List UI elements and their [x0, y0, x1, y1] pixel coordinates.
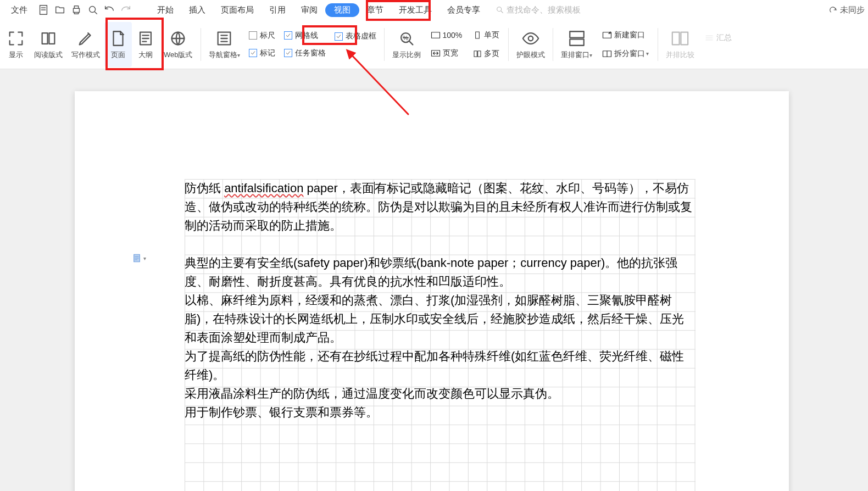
check-ruler[interactable]: 标尺: [249, 31, 275, 41]
page-width[interactable]: 页宽: [429, 47, 465, 60]
svg-rect-11: [476, 32, 480, 38]
eye-icon: [521, 29, 540, 48]
globe-icon: [169, 29, 187, 48]
open-icon[interactable]: [54, 4, 66, 16]
para-3: 以棉、麻纤维为原料，经缓和的蒸煮、漂白、打浆(加湿强剂，如脲醛树脂、三聚氰胺甲醛…: [185, 291, 695, 347]
command-search[interactable]: 查找命令、搜索模板: [496, 5, 581, 15]
side-extra: 汇总: [699, 31, 737, 58]
compare-icon: [671, 29, 689, 48]
page-options: 单页 多页: [468, 29, 505, 60]
para-4: 为了提高纸的防伪性能，还有在抄纸过程中配加各种特殊纤维(如红蓝色纤维、荧光纤维、…: [185, 347, 695, 384]
pen-icon: [76, 29, 95, 48]
svg-rect-15: [570, 31, 584, 37]
checkbox-icon: [249, 49, 257, 57]
checkbox-icon: [284, 49, 292, 57]
paragraph-handle[interactable]: ▾: [132, 253, 146, 263]
svg-rect-19: [672, 32, 680, 44]
menu-ref[interactable]: 引用: [261, 3, 293, 18]
menu-dev[interactable]: 开发工具: [391, 3, 439, 18]
checks-col2: 网格线 任务窗格: [280, 31, 330, 58]
svg-rect-17: [603, 32, 611, 38]
view-fullscreen[interactable]: 显示: [2, 22, 30, 67]
checkbox-icon: [284, 31, 292, 40]
new-window[interactable]: 新建窗口: [600, 29, 651, 42]
book-icon: [39, 29, 58, 48]
nav-icon: [215, 29, 233, 48]
view-page[interactable]: 页面: [104, 22, 132, 67]
view-writing[interactable]: 写作模式: [67, 22, 104, 67]
checks-col1: 标尺 标记: [244, 31, 280, 58]
check-taskpane[interactable]: 任务窗格: [284, 48, 326, 58]
redo-icon[interactable]: [120, 4, 132, 16]
zoom-100[interactable]: 100%: [429, 29, 465, 41]
svg-text:%: %: [402, 34, 408, 41]
new-doc-icon[interactable]: [37, 4, 49, 16]
check-marks[interactable]: 标记: [249, 48, 275, 58]
sync-scroll: 汇总: [702, 31, 734, 44]
rearrange-windows[interactable]: 重排窗口▾: [557, 22, 597, 67]
para-1: 防伪纸 antifalsification paper，表面有标记或隐藏暗记（图…: [185, 179, 695, 235]
svg-point-14: [528, 36, 533, 41]
checkbox-icon: [249, 31, 257, 40]
page: 防伪纸 antifalsification paper，表面有标记或隐藏暗记（图…: [75, 91, 789, 491]
eye-care[interactable]: 护眼模式: [512, 22, 549, 67]
checkbox-icon: [335, 32, 343, 41]
outline-icon: [136, 29, 155, 48]
preview-icon[interactable]: [87, 4, 99, 16]
menu-layout[interactable]: 页面布局: [213, 3, 261, 18]
svg-point-2: [90, 7, 96, 13]
menu-bar: 文件 开始 插入 页面布局 引用 审阅 视图 章节 开发工具 会员专享 查找命令…: [0, 0, 868, 20]
chevron-down-icon: ▾: [143, 255, 146, 261]
text-caret: [374, 182, 375, 194]
sync-label: 未同步: [840, 5, 865, 15]
menu-view[interactable]: 视图: [325, 3, 359, 17]
checks-col3: 表格虚框: [330, 31, 381, 57]
document-body[interactable]: 防伪纸 antifalsification paper，表面有标记或隐藏暗记（图…: [185, 179, 695, 422]
view-reading[interactable]: 阅读版式: [30, 22, 67, 67]
menu-chapter[interactable]: 章节: [359, 3, 391, 18]
search-placeholder: 查找命令、搜索模板: [507, 5, 581, 15]
menu-insert[interactable]: 插入: [181, 3, 213, 18]
side-by-side: 并排比较: [661, 22, 699, 67]
menu-review[interactable]: 审阅: [293, 3, 325, 18]
svg-rect-9: [431, 32, 439, 38]
single-page[interactable]: 单页: [471, 29, 502, 42]
nav-pane[interactable]: 导航窗格▾: [204, 22, 244, 67]
para-5: 采用液晶涂料生产的防伪纸，通过温度变化而改变颜色可以显示真伪。: [185, 384, 695, 403]
svg-rect-16: [570, 39, 584, 45]
multi-page[interactable]: 多页: [471, 47, 502, 60]
fullscreen-icon: [7, 29, 25, 48]
view-web[interactable]: Web版式: [159, 22, 197, 67]
zoom-icon: %: [397, 29, 416, 48]
windows-icon: [567, 29, 586, 48]
sync-status[interactable]: 未同步: [828, 5, 865, 15]
para-2: 典型的主要有安全纸(safety paper)和钞票纸(bank-note pa…: [185, 254, 695, 291]
menu-start[interactable]: 开始: [149, 3, 181, 18]
para-6: 用于制作钞票、银行支票和票券等。: [185, 403, 695, 422]
print-icon[interactable]: [70, 4, 82, 16]
menu-vip[interactable]: 会员专享: [439, 3, 488, 18]
svg-rect-1: [74, 8, 80, 12]
svg-rect-12: [474, 51, 477, 57]
spellcheck-word: antifalsification: [224, 181, 303, 195]
svg-point-3: [497, 7, 502, 12]
zoom-options: 100% 页宽: [425, 29, 468, 60]
window-ops: 新建窗口 拆分窗口▾: [597, 29, 654, 60]
check-tableframe[interactable]: 表格虚框: [335, 31, 376, 41]
view-outline[interactable]: 大纲: [132, 22, 159, 67]
check-gridlines[interactable]: 网格线: [284, 31, 326, 41]
split-window[interactable]: 拆分窗口▾: [600, 47, 651, 60]
page-icon: [109, 29, 127, 48]
zoom-group[interactable]: % 显示比例: [388, 22, 425, 67]
undo-icon[interactable]: [103, 4, 115, 16]
menu-file[interactable]: 文件: [3, 3, 35, 18]
svg-rect-20: [681, 32, 688, 44]
svg-rect-13: [478, 51, 481, 57]
document-canvas[interactable]: 防伪纸 antifalsification paper，表面有标记或隐藏暗记（图…: [0, 69, 868, 491]
ribbon: 显示 阅读版式 写作模式 页面 大纲 Web版式 导航窗格▾ 标尺 标记 网格线…: [0, 20, 868, 69]
